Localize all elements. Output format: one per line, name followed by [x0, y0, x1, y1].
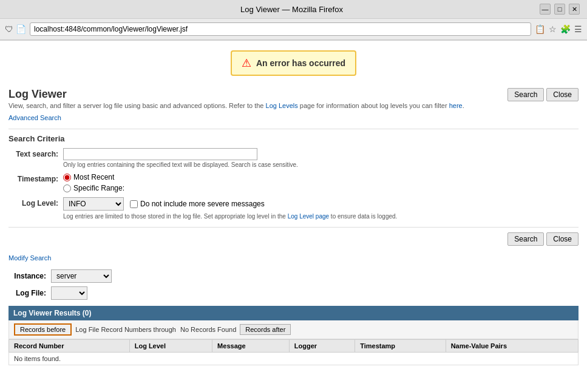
col-logger: Logger — [289, 340, 355, 353]
bottom-actions-area: Search Close — [8, 227, 579, 246]
window-title: Log Viewer — Mozilla Firefox — [44, 5, 540, 14]
col-message: Message — [212, 340, 290, 353]
log-level-page-link[interactable]: Log Level page — [288, 213, 329, 220]
browser-chrome: Log Viewer — Mozilla Firefox — □ ✕ 🛡 📄 📋… — [0, 0, 587, 41]
title-bar: Log Viewer — Mozilla Firefox — □ ✕ — [0, 0, 587, 19]
results-table: Record Number Log Level Message Logger T… — [8, 339, 579, 365]
advanced-search-link[interactable]: Advanced Search — [8, 114, 61, 121]
top-search-button[interactable]: Search — [507, 88, 544, 101]
top-close-button[interactable]: Close — [546, 88, 579, 101]
top-action-buttons: Search Close — [507, 88, 579, 101]
nav-icons: 🛡 📄 — [5, 24, 26, 34]
instance-row: Instance: server — [8, 269, 579, 283]
col-timestamp: Timestamp — [355, 340, 446, 353]
specific-range-option[interactable]: Specific Range: — [63, 184, 579, 192]
error-text: An error has occurred — [256, 58, 345, 68]
log-levels-link[interactable]: Log Levels — [266, 102, 298, 109]
header-wrapper: Log Viewer View, search, and filter a se… — [8, 88, 579, 109]
results-header: Log Viewer Results (0) — [8, 306, 579, 320]
page-description: View, search, and filter a server log fi… — [8, 102, 579, 109]
no-severe-checkbox-label[interactable]: Do not include more severe messages — [130, 200, 265, 208]
log-level-select[interactable]: SEVERE WARNING INFO CONFIG FINE FINER FI… — [63, 197, 124, 211]
nav-text-through: Log File Record Numbers through No Recor… — [75, 326, 236, 333]
most-recent-option[interactable]: Most Recent — [63, 173, 579, 181]
text-search-control: Only log entries containing the specifie… — [63, 148, 579, 168]
page-title: Log Viewer — [8, 88, 579, 101]
results-nav: Records before Log File Record Numbers t… — [8, 320, 579, 339]
close-window-button[interactable]: ✕ — [569, 4, 580, 15]
star-icon[interactable]: ☆ — [549, 24, 557, 34]
instance-area: Instance: server Log File: — [8, 269, 579, 300]
no-severe-checkbox[interactable] — [130, 200, 138, 208]
timestamp-control: Most Recent Specific Range: — [63, 173, 579, 192]
most-recent-label: Most Recent — [73, 173, 114, 181]
no-severe-label: Do not include more severe messages — [140, 200, 265, 208]
shield-icon: 🛡 — [5, 24, 13, 34]
col-log-level: Log Level — [129, 340, 212, 353]
instance-select[interactable]: server — [51, 269, 112, 283]
here-link[interactable]: here — [449, 102, 463, 109]
nav-through-label: Log File Record Numbers through — [75, 326, 176, 333]
records-after-button[interactable]: Records after — [240, 324, 291, 335]
restore-button[interactable]: □ — [554, 4, 565, 15]
nav-found-label: No Records Found — [180, 326, 236, 333]
page-icon: 📄 — [16, 24, 26, 34]
col-record-number: Record Number — [9, 340, 130, 353]
minimize-button[interactable]: — — [540, 4, 551, 15]
menu-icon[interactable]: ☰ — [574, 24, 582, 34]
specific-range-label: Specific Range: — [73, 184, 124, 192]
extensions-icon[interactable]: 🧩 — [560, 24, 571, 34]
address-bar: 🛡 📄 📋 ☆ 🧩 ☰ — [0, 19, 587, 40]
instance-label: Instance: — [8, 272, 51, 280]
no-items-row: No items found. — [9, 353, 579, 365]
address-input[interactable] — [30, 22, 531, 36]
bookmark-list-icon[interactable]: 📋 — [535, 24, 545, 34]
error-banner: ⚠ An error has occurred — [231, 50, 356, 76]
logfile-select[interactable] — [51, 286, 87, 300]
most-recent-radio[interactable] — [63, 174, 71, 181]
page-header: Log Viewer View, search, and filter a se… — [8, 88, 579, 109]
error-icon: ⚠ — [242, 56, 251, 70]
log-level-row: Log Level: SEVERE WARNING INFO CONFIG FI… — [8, 197, 579, 220]
timestamp-row: Timestamp: Most Recent Specific Range: — [8, 173, 579, 192]
search-criteria-title: Search Criteria — [8, 129, 579, 143]
modify-search-link[interactable]: Modify Search — [8, 254, 51, 262]
log-level-control: SEVERE WARNING INFO CONFIG FINE FINER FI… — [63, 197, 579, 220]
log-level-hint: Log entries are limited to those stored … — [63, 213, 579, 220]
log-level-inner: SEVERE WARNING INFO CONFIG FINE FINER FI… — [63, 197, 579, 211]
text-search-label: Text search: — [8, 148, 63, 158]
advanced-search-area: Advanced Search — [8, 114, 579, 121]
toolbar-icons: 📋 ☆ 🧩 ☰ — [535, 24, 582, 34]
no-items-text: No items found. — [9, 353, 579, 365]
results-section: Log Viewer Results (0) Records before Lo… — [8, 306, 579, 365]
logfile-row: Log File: — [8, 286, 579, 300]
page-content: ⚠ An error has occurred Log Viewer View,… — [0, 41, 587, 392]
text-search-row: Text search: Only log entries containing… — [8, 148, 579, 168]
bottom-close-button[interactable]: Close — [546, 232, 579, 246]
table-header-row: Record Number Log Level Message Logger T… — [9, 340, 579, 353]
timestamp-label: Timestamp: — [8, 173, 63, 183]
col-name-value-pairs: Name-Value Pairs — [446, 340, 578, 353]
bottom-search-button[interactable]: Search — [507, 232, 544, 246]
log-level-label: Log Level: — [8, 197, 63, 208]
specific-range-radio[interactable] — [63, 184, 71, 192]
records-before-button[interactable]: Records before — [14, 323, 72, 336]
logfile-label: Log File: — [8, 289, 51, 297]
text-search-hint: Only log entries containing the specifie… — [63, 161, 579, 168]
text-search-input[interactable] — [63, 148, 257, 160]
window-controls: — □ ✕ — [540, 4, 580, 15]
